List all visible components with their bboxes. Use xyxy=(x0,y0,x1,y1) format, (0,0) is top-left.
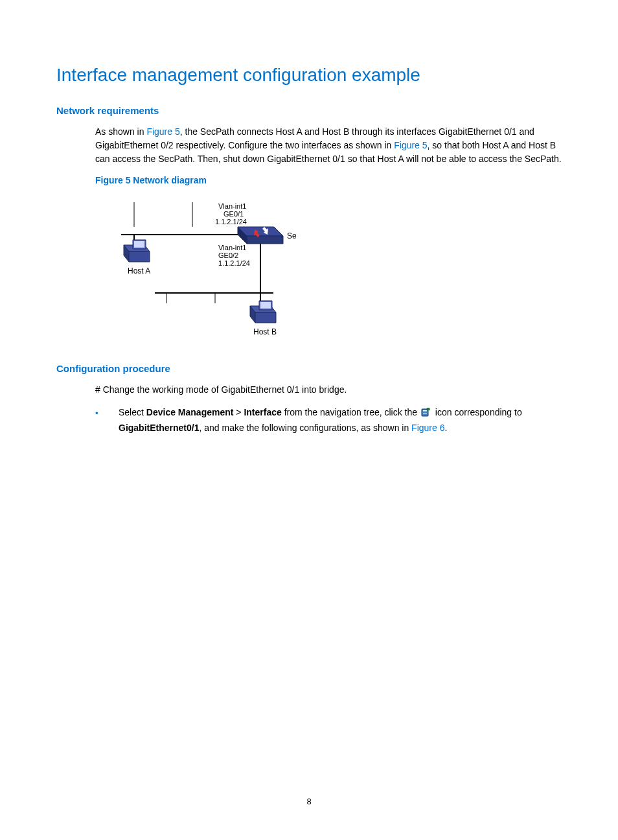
bullet-icon: • xyxy=(95,406,119,435)
svg-marker-7 xyxy=(129,251,150,262)
svg-rect-25 xyxy=(423,412,427,412)
text-fragment: Select xyxy=(119,407,146,417)
device-management-text: Device Management xyxy=(146,407,234,417)
page-title: Interface management configuration examp… xyxy=(56,65,562,86)
secpath-label: SecPath xyxy=(287,231,296,240)
vlan-int1-label-2: Vlan-int1 xyxy=(218,244,246,251)
config-bullet-item: • Select Device Management > Interface f… xyxy=(95,406,562,435)
interface-text: Interface xyxy=(244,407,281,417)
host-a-label: Host A xyxy=(128,266,150,275)
gigabitethernet-text: GigabitEthernet0/1 xyxy=(119,423,199,433)
svg-rect-26 xyxy=(423,413,427,414)
ge01-label: GE0/1 xyxy=(223,210,244,218)
edit-icon xyxy=(421,407,431,421)
ip02-label: 1.1.2.1/24 xyxy=(218,259,250,267)
svg-marker-9 xyxy=(134,241,144,248)
figure-5-diagram: Host A Vlan-int1 GE0/1 1.1.2.1/24 SecPat… xyxy=(95,189,562,345)
bullet-text: Select Device Management > Interface fro… xyxy=(119,406,562,435)
text-fragment: > xyxy=(233,407,244,417)
host-b-label: Host B xyxy=(253,327,277,336)
ge02-label: GE0/2 xyxy=(218,251,238,259)
svg-marker-20 xyxy=(255,312,276,323)
figure-5-link[interactable]: Figure 5 xyxy=(146,126,179,137)
svg-marker-11 xyxy=(247,236,283,244)
section-heading-config: Configuration procedure xyxy=(56,363,562,374)
ip01-label: 1.1.2.1/24 xyxy=(215,218,247,226)
text-fragment: As shown in xyxy=(95,126,146,137)
svg-rect-24 xyxy=(423,410,427,411)
host-a-icon xyxy=(124,240,150,262)
network-diagram-svg: Host A Vlan-int1 GE0/1 1.1.2.1/24 SecPat… xyxy=(95,189,296,345)
secpath-device-icon xyxy=(238,227,283,244)
text-fragment: . xyxy=(444,423,447,433)
svg-marker-22 xyxy=(260,302,271,309)
text-fragment: , and make the following configurations,… xyxy=(199,423,411,433)
network-requirements-paragraph: As shown in Figure 5, the SecPath connec… xyxy=(95,125,562,166)
figure-6-link[interactable]: Figure 6 xyxy=(411,423,444,433)
figure-5-link[interactable]: Figure 5 xyxy=(394,140,427,150)
page-number: 8 xyxy=(0,797,618,806)
text-fragment: from the navigation tree, click the xyxy=(282,407,420,417)
host-b-icon xyxy=(250,301,276,323)
section-heading-network: Network requirements xyxy=(56,105,562,116)
config-step-1: # Change the working mode of GigabitEthe… xyxy=(95,383,562,397)
vlan-int1-label: Vlan-int1 xyxy=(218,202,246,210)
figure-5-caption: Figure 5 Network diagram xyxy=(95,175,562,185)
text-fragment: icon corresponding to xyxy=(433,407,522,417)
